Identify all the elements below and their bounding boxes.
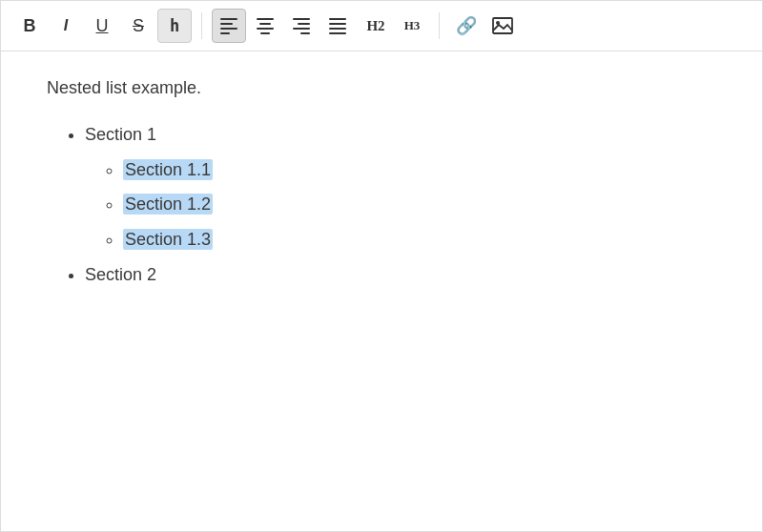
toolbar-insert-group: 🔗: [449, 9, 520, 43]
underline-label: U: [96, 16, 109, 36]
intro-paragraph: Nested list example.: [47, 74, 716, 102]
code-label: h: [170, 16, 179, 35]
link-icon: 🔗: [456, 15, 477, 36]
section1-label: Section 1: [85, 125, 156, 144]
align-right-line-1: [293, 18, 310, 20]
align-right-icon: [293, 18, 310, 34]
align-justify-line-3: [329, 28, 346, 30]
toolbar-format-group: B I U S h: [12, 9, 192, 43]
align-justify-icon: [329, 18, 346, 34]
toolbar-heading-group: H2 H3: [359, 9, 429, 43]
bold-button[interactable]: B: [12, 9, 47, 43]
align-center-line-2: [259, 23, 271, 25]
editor-content[interactable]: Nested list example. Section 1 Section 1…: [1, 51, 762, 531]
italic-label: I: [64, 17, 68, 34]
align-center-line-1: [257, 18, 274, 20]
strikethrough-button[interactable]: S: [121, 9, 155, 43]
align-line-4: [220, 32, 230, 34]
section1-2-label: Section 1.2: [123, 194, 213, 215]
h2-button[interactable]: H2: [359, 9, 393, 43]
toolbar-separator-1: [201, 12, 202, 39]
align-right-line-3: [293, 28, 310, 30]
align-justify-line-1: [329, 18, 346, 20]
main-list: Section 1 Section 1.1 Section 1.2 Sectio…: [85, 121, 716, 289]
link-button[interactable]: 🔗: [449, 9, 484, 43]
align-justify-line-2: [329, 23, 346, 25]
align-line-3: [220, 28, 237, 30]
align-right-line-2: [298, 23, 310, 25]
section1-3-label: Section 1.3: [123, 229, 213, 250]
align-center-line-3: [257, 28, 274, 30]
section2-label: Section 2: [85, 265, 156, 284]
align-right-button[interactable]: [284, 9, 319, 43]
list-item-section1-2: Section 1.2: [123, 191, 716, 218]
h3-label: H3: [404, 18, 421, 33]
italic-button[interactable]: I: [49, 9, 83, 43]
h3-button[interactable]: H3: [395, 9, 429, 43]
code-button[interactable]: h: [157, 9, 192, 43]
toolbar-align-group: [212, 9, 355, 43]
toolbar-separator-2: [439, 12, 440, 39]
list-item-section2: Section 2: [85, 261, 716, 289]
strikethrough-label: S: [133, 16, 144, 36]
align-left-button[interactable]: [212, 9, 246, 43]
editor-container: B I U S h: [0, 0, 763, 532]
section1-1-label: Section 1.1: [123, 159, 213, 180]
list-item-section1-1: Section 1.1: [123, 156, 716, 184]
bold-label: B: [24, 16, 36, 36]
toolbar: B I U S h: [1, 1, 762, 51]
h2-label: H2: [366, 18, 384, 34]
align-right-line-4: [300, 32, 310, 34]
underline-button[interactable]: U: [85, 9, 119, 43]
list-item-section1-3: Section 1.3: [123, 226, 716, 254]
image-button[interactable]: [485, 9, 520, 43]
align-center-icon: [257, 18, 274, 34]
align-center-button[interactable]: [248, 9, 282, 43]
align-justify-line-4: [329, 32, 346, 34]
align-line-1: [220, 18, 237, 20]
align-justify-button[interactable]: [320, 9, 355, 43]
align-line-2: [220, 23, 233, 25]
image-icon: [492, 17, 513, 34]
align-left-icon: [220, 18, 237, 34]
nested-list-section1: Section 1.1 Section 1.2 Section 1.3: [123, 156, 716, 254]
list-item-section1: Section 1 Section 1.1 Section 1.2 Sectio…: [85, 121, 716, 254]
align-center-line-4: [260, 32, 270, 34]
